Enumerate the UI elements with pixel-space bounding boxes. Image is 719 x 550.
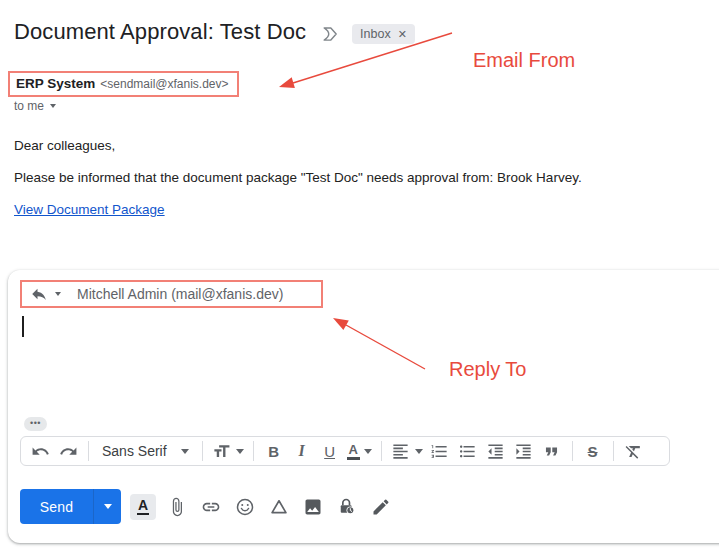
show-trimmed-content-button[interactable]: ••• bbox=[24, 417, 47, 431]
reply-arrow-icon bbox=[30, 285, 48, 303]
insert-emoji-icon[interactable] bbox=[232, 494, 258, 520]
subject-row: Document Approval: Test Doc Inbox ✕ bbox=[14, 19, 415, 45]
reply-recipient-address: Mitchell Admin (mail@xfanis.dev) bbox=[77, 286, 283, 302]
remove-label-icon[interactable]: ✕ bbox=[398, 28, 407, 41]
bold-button[interactable]: B bbox=[263, 439, 285, 463]
sender-name: ERP System bbox=[16, 76, 95, 91]
reply-type-chevron-icon[interactable] bbox=[55, 292, 61, 296]
underline-button[interactable]: U bbox=[319, 439, 341, 463]
insert-signature-pen-icon[interactable] bbox=[368, 494, 394, 520]
annotation-reply-to: Reply To bbox=[449, 358, 526, 381]
chevron-down-icon bbox=[104, 504, 112, 509]
undo-icon[interactable] bbox=[29, 439, 51, 463]
numbered-list-icon[interactable] bbox=[429, 439, 451, 463]
toolbar-divider bbox=[572, 441, 573, 461]
font-family-value: Sans Serif bbox=[102, 443, 167, 459]
recipient-expander[interactable]: to me bbox=[14, 99, 56, 113]
clear-formatting-icon[interactable] bbox=[623, 439, 645, 463]
text-color-button[interactable]: A bbox=[347, 439, 372, 463]
view-document-package-link[interactable]: View Document Package bbox=[14, 202, 165, 217]
sender-row-highlight-box[interactable]: ERP System <sendmail@xfanis.dev> bbox=[8, 71, 239, 97]
text-color-icon: A bbox=[347, 443, 360, 460]
attach-file-icon[interactable] bbox=[164, 494, 190, 520]
insert-link-icon[interactable] bbox=[198, 494, 224, 520]
insert-from-drive-icon[interactable] bbox=[266, 494, 292, 520]
body-message: Please be informed that the document pac… bbox=[14, 170, 582, 185]
font-family-selector[interactable]: Sans Serif bbox=[102, 439, 189, 463]
redo-icon[interactable] bbox=[57, 439, 79, 463]
compose-message-area[interactable] bbox=[20, 310, 710, 410]
compose-actions-row: A bbox=[130, 489, 394, 524]
toolbar-divider bbox=[202, 441, 203, 461]
recipient-text: to me bbox=[14, 99, 44, 113]
font-size-button[interactable] bbox=[212, 439, 244, 463]
reply-to-highlight-box[interactable]: Mitchell Admin (mail@xfanis.dev) bbox=[20, 280, 323, 308]
sender-email: <sendmail@xfanis.dev> bbox=[100, 77, 228, 91]
send-button-label[interactable]: Send bbox=[20, 489, 93, 524]
insert-photo-icon[interactable] bbox=[300, 494, 326, 520]
align-button[interactable] bbox=[391, 439, 423, 463]
italic-button[interactable]: I bbox=[291, 439, 313, 463]
toolbar-divider bbox=[381, 441, 382, 461]
chevron-down-icon bbox=[50, 104, 56, 108]
bulleted-list-icon[interactable] bbox=[457, 439, 479, 463]
toolbar-divider bbox=[88, 441, 89, 461]
annotation-email-from: Email From bbox=[473, 49, 575, 72]
strikethrough-button[interactable]: S bbox=[582, 439, 604, 463]
quote-icon[interactable] bbox=[541, 439, 563, 463]
send-options-dropdown[interactable] bbox=[93, 489, 121, 524]
chevron-down-icon bbox=[236, 449, 244, 454]
inbox-label-chip[interactable]: Inbox ✕ bbox=[352, 24, 415, 44]
confidential-mode-icon[interactable] bbox=[334, 494, 360, 520]
email-subject: Document Approval: Test Doc bbox=[14, 19, 306, 45]
formatting-toolbar: Sans Serif B I U A bbox=[20, 436, 670, 466]
importance-marker-icon[interactable] bbox=[320, 24, 340, 44]
chevron-down-icon bbox=[415, 449, 423, 454]
body-greeting: Dear colleagues, bbox=[14, 138, 115, 153]
toolbar-divider bbox=[253, 441, 254, 461]
label-chip-text: Inbox bbox=[360, 27, 391, 41]
indent-decrease-icon[interactable] bbox=[485, 439, 507, 463]
reply-compose-card[interactable]: Mitchell Admin (mail@xfanis.dev) ••• San… bbox=[8, 270, 719, 543]
indent-increase-icon[interactable] bbox=[513, 439, 535, 463]
formatting-options-toggle[interactable]: A bbox=[130, 494, 156, 520]
toolbar-divider bbox=[613, 441, 614, 461]
send-button[interactable]: Send bbox=[20, 489, 121, 524]
chevron-down-icon bbox=[364, 449, 372, 454]
chevron-down-icon bbox=[181, 449, 189, 454]
formatting-a-icon: A bbox=[137, 498, 149, 516]
